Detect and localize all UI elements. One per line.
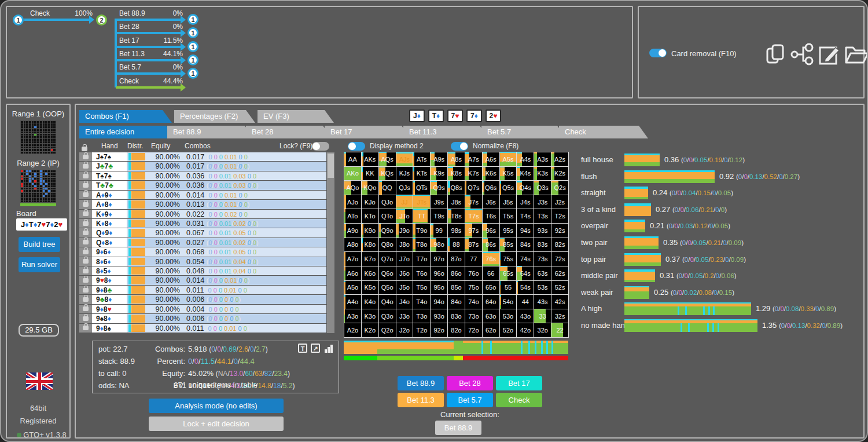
matrix-cell-Q7s[interactable]: Q7s bbox=[465, 180, 483, 195]
row-lock-icon[interactable] bbox=[79, 276, 92, 284]
folder-icon[interactable] bbox=[844, 43, 868, 66]
row-lock-icon[interactable] bbox=[79, 162, 92, 170]
matrix-cell-97s[interactable]: 97s bbox=[465, 223, 483, 238]
matrix-cell-ATo[interactable]: ATo bbox=[344, 209, 362, 224]
memory-button[interactable]: 29.5 GB bbox=[19, 324, 59, 337]
matrix-cell-QQ[interactable]: QQ bbox=[378, 180, 396, 195]
copy-icon[interactable] bbox=[765, 43, 787, 66]
bet-button-bet-88-9[interactable]: Bet 88.9 bbox=[398, 376, 444, 390]
matrix-cell-Q5s[interactable]: Q5s bbox=[499, 180, 517, 195]
matrix-cell-99[interactable]: 99 bbox=[430, 223, 448, 238]
matrix-cell-J6s[interactable]: J6s bbox=[482, 195, 500, 210]
matrix-cell-T2s[interactable]: T2s bbox=[551, 209, 569, 224]
matrix-cell-62s[interactable]: 62s bbox=[551, 266, 569, 281]
matrix-cell-A3o[interactable]: A3o bbox=[344, 309, 362, 324]
matrix-cell-J2o[interactable]: J2o bbox=[396, 323, 414, 338]
matrix-cell-TT[interactable]: TT bbox=[413, 209, 431, 224]
matrix-cell-QJo[interactable]: QJo bbox=[378, 195, 396, 210]
matrix-cell-T8s[interactable]: T8s bbox=[447, 209, 465, 224]
matrix-cell-75o[interactable]: 75o bbox=[465, 280, 483, 295]
matrix-cell-J8o[interactable]: J8o bbox=[396, 238, 414, 253]
matrix-cell-K6o[interactable]: K6o bbox=[361, 266, 379, 281]
tab-bet-5-7[interactable]: Bet 5.7 bbox=[481, 126, 567, 138]
matrix-cell-T9s[interactable]: T9s bbox=[430, 209, 448, 224]
table-scrollbar[interactable] bbox=[327, 152, 334, 333]
matrix-cell-44[interactable]: 44 bbox=[516, 294, 534, 309]
row-lock-icon[interactable] bbox=[79, 305, 92, 313]
matrix-cell-73s[interactable]: 73s bbox=[534, 251, 551, 266]
matrix-cell-88[interactable]: 88 bbox=[447, 238, 465, 253]
matrix-cell-83o[interactable]: 83o bbox=[447, 309, 465, 324]
matrix-cell-J4o[interactable]: J4o bbox=[396, 294, 414, 309]
matrix-cell-84o[interactable]: 84o bbox=[447, 294, 465, 309]
row-lock-icon[interactable] bbox=[79, 219, 92, 228]
matrix-cell-Q4s[interactable]: Q4s bbox=[516, 180, 534, 195]
matrix-cell-Q9o[interactable]: Q9o bbox=[378, 223, 396, 238]
matrix-cell-KQo[interactable]: KQo bbox=[361, 180, 379, 195]
matrix-cell-87s[interactable]: 87s bbox=[465, 238, 483, 253]
matrix-cell-A4s[interactable]: A4s bbox=[516, 152, 534, 167]
tree-node-2[interactable]: 2 bbox=[96, 14, 107, 25]
matrix-cell-KTs[interactable]: KTs bbox=[413, 166, 431, 181]
matrix-cell-97o[interactable]: 97o bbox=[430, 251, 448, 266]
display-method-toggle[interactable] bbox=[348, 142, 365, 151]
chart-icon[interactable] bbox=[325, 345, 334, 353]
tab-combos-f1-[interactable]: Combos (F1) bbox=[79, 110, 172, 123]
matrix-cell-JTo[interactable]: JTo bbox=[396, 209, 414, 224]
run-solver-button[interactable]: Run solver bbox=[19, 257, 60, 272]
matrix-cell-ATs[interactable]: ATs bbox=[413, 152, 431, 167]
matrix-cell-72s[interactable]: 72s bbox=[551, 251, 569, 266]
matrix-cell-82o[interactable]: 82o bbox=[447, 323, 465, 338]
matrix-cell-QJs[interactable]: QJs bbox=[396, 180, 414, 195]
matrix-cell-A6s[interactable]: A6s bbox=[482, 152, 500, 167]
matrix-cell-96o[interactable]: 96o bbox=[430, 266, 448, 281]
card-removal-toggle[interactable] bbox=[649, 49, 667, 57]
matrix-cell-84s[interactable]: 84s bbox=[516, 238, 534, 253]
matrix-cell-T4s[interactable]: T4s bbox=[516, 209, 534, 224]
matrix-cell-66[interactable]: 66 bbox=[482, 266, 500, 281]
matrix-cell-Q7o[interactable]: Q7o bbox=[378, 251, 396, 266]
matrix-cell-J3s[interactable]: J3s bbox=[534, 195, 551, 210]
matrix-cell-T9o[interactable]: T9o bbox=[413, 223, 431, 238]
row-lock-icon[interactable] bbox=[79, 181, 92, 189]
matrix-cell-KQs[interactable]: KQs bbox=[378, 166, 396, 181]
matrix-cell-A3s[interactable]: A3s bbox=[534, 152, 551, 167]
matrix-cell-J9o[interactable]: J9o bbox=[396, 223, 414, 238]
tab-bet-88-9[interactable]: Bet 88.9 bbox=[167, 126, 254, 138]
matrix-cell-Q2o[interactable]: Q2o bbox=[378, 323, 396, 338]
matrix-cell-QTo[interactable]: QTo bbox=[378, 209, 396, 224]
scrollbar-thumb[interactable] bbox=[328, 154, 334, 178]
matrix-cell-AQs[interactable]: AQs bbox=[378, 152, 396, 167]
matrix-cell-98o[interactable]: 98o bbox=[430, 238, 448, 253]
matrix-cell-65s[interactable]: 65s bbox=[499, 266, 517, 281]
matrix-cell-K3o[interactable]: K3o bbox=[361, 309, 379, 324]
row-lock-icon[interactable] bbox=[79, 324, 92, 333]
matrix-cell-Q3o[interactable]: Q3o bbox=[378, 309, 396, 324]
matrix-cell-J7s[interactable]: J7s bbox=[465, 195, 483, 210]
matrix-cell-J3o[interactable]: J3o bbox=[396, 309, 414, 324]
matrix-cell-74o[interactable]: 74o bbox=[465, 294, 483, 309]
matrix-cell-93s[interactable]: 93s bbox=[534, 223, 551, 238]
row-lock-icon[interactable] bbox=[79, 238, 92, 247]
matrix-cell-Q4o[interactable]: Q4o bbox=[378, 294, 396, 309]
tree-leaf-node[interactable]: 1 bbox=[187, 41, 198, 52]
lock-f9-toggle[interactable] bbox=[312, 142, 329, 151]
matrix-cell-T2o[interactable]: T2o bbox=[413, 323, 431, 338]
row-lock-icon[interactable] bbox=[79, 257, 92, 266]
bet-button-bet-28[interactable]: Bet 28 bbox=[447, 376, 493, 390]
matrix-cell-Q6o[interactable]: Q6o bbox=[378, 266, 396, 281]
text-view-icon[interactable]: T bbox=[298, 344, 307, 353]
tab-entire-decision[interactable]: Entire decision bbox=[79, 126, 175, 138]
matrix-cell-T5o[interactable]: T5o bbox=[413, 280, 431, 295]
tree-leaf-node[interactable]: 1 bbox=[187, 54, 198, 65]
matrix-cell-T8o[interactable]: T8o bbox=[413, 238, 431, 253]
matrix-cell-94o[interactable]: 94o bbox=[430, 294, 448, 309]
matrix-cell-J6o[interactable]: J6o bbox=[396, 266, 414, 281]
current-selection-value[interactable]: Bet 88.9 bbox=[435, 421, 481, 435]
matrix-cell-J7o[interactable]: J7o bbox=[396, 251, 414, 266]
matrix-cell-T7s[interactable]: T7s bbox=[465, 209, 483, 224]
tree-leaf-node[interactable]: 1 bbox=[187, 68, 198, 79]
matrix-cell-AKo[interactable]: AKo bbox=[344, 166, 362, 181]
matrix-cell-83s[interactable]: 83s bbox=[534, 238, 551, 253]
matrix-cell-A5o[interactable]: A5o bbox=[344, 280, 362, 295]
